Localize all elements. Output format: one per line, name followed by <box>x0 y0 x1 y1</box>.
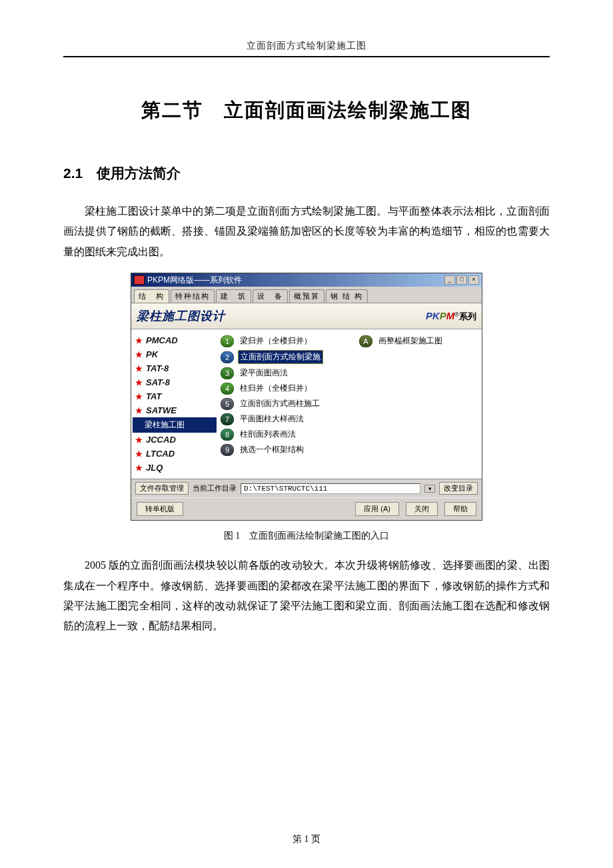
section-heading: 2.1 使用方法简介 <box>63 164 550 183</box>
close-dialog-button[interactable]: 关闭 <box>406 502 438 516</box>
list-item[interactable]: 7 平面图柱大样画法 <box>221 411 479 427</box>
star-icon: ★ <box>135 364 143 373</box>
sidebar-item-ltcad[interactable]: ★LTCAD <box>133 447 217 461</box>
sidebar-item-jccad[interactable]: ★JCCAD <box>133 433 217 447</box>
sidebar-item-tat[interactable]: ★TAT <box>133 389 217 403</box>
tab-special-structure[interactable]: 特种结构 <box>171 289 215 303</box>
minimize-button[interactable]: _ <box>444 275 455 285</box>
workdir-label: 当前工作目录 <box>193 483 237 493</box>
sidebar-item-sat8[interactable]: ★SAT-8 <box>133 375 217 389</box>
sidebar: ★PMCAD ★PK ★TAT-8 ★SAT-8 ★TAT ★SATWE 梁柱施… <box>131 329 218 479</box>
sidebar-item-pk[interactable]: ★PK <box>133 347 217 361</box>
banner-title: 梁柱施工图设计 <box>137 308 225 324</box>
list-item[interactable]: 9 挑选一个框架结构 <box>221 442 479 457</box>
main-list: 1 梁归并（全楼归并） A 画整榀框架施工图 2 立面剖面方式绘制梁施 3 梁平… <box>218 329 482 479</box>
list-item[interactable]: 1 梁归并（全楼归并） A 画整榀框架施工图 <box>221 333 479 349</box>
tab-architecture[interactable]: 建 筑 <box>216 289 251 303</box>
sidebar-item-satwe[interactable]: ★SATWE <box>133 403 217 417</box>
paragraph-2: 2005 版的立面剖面画法模块较以前各版的改动较大。本次升级将钢筋修改、选择要画… <box>63 555 550 637</box>
banner: 梁柱施工图设计 PK P M ® 系列 <box>131 303 482 329</box>
number-badge: 4 <box>221 383 234 395</box>
window-title: PKPM网络版——系列软件 <box>147 275 444 286</box>
item-label: 画整榀框架施工图 <box>376 335 444 347</box>
star-icon: ★ <box>135 378 143 387</box>
file-manage-button[interactable]: 文件存取管理 <box>135 482 189 495</box>
page: 立面剖面方式绘制梁施工图 第二节 立面剖面画法绘制梁施工图 2.1 使用方法简介… <box>0 0 613 868</box>
number-badge: 5 <box>221 398 234 410</box>
list-item[interactable]: 4 柱归并（全楼归并） <box>221 381 479 396</box>
help-button[interactable]: 帮助 <box>444 502 476 516</box>
dropdown-icon[interactable]: ▾ <box>424 485 435 493</box>
tab-equipment[interactable]: 设 备 <box>253 289 288 303</box>
apply-button[interactable]: 应用 (A) <box>355 502 399 516</box>
sidebar-item-jlq[interactable]: ★JLQ <box>133 461 217 475</box>
page-number: 第 1 页 <box>0 833 613 845</box>
body-panel: ★PMCAD ★PK ★TAT-8 ★SAT-8 ★TAT ★SATWE 梁柱施… <box>131 329 482 479</box>
running-header: 立面剖面方式绘制梁施工图 <box>63 40 550 57</box>
star-icon: ★ <box>135 435 143 445</box>
letter-badge: A <box>359 335 372 347</box>
list-item[interactable]: 5 立面剖面方式画柱施工 <box>221 396 479 411</box>
tab-row: 结 构 特种结构 建 筑 设 备 概预算 钢 结 构 <box>131 287 482 303</box>
close-button[interactable]: × <box>468 275 479 285</box>
tab-budget[interactable]: 概预算 <box>289 289 324 303</box>
maximize-button[interactable]: □ <box>456 275 467 285</box>
figure-1: PKPM网络版——系列软件 _ □ × 结 构 特种结构 建 筑 设 备 概预算… <box>63 273 550 521</box>
brand-logo: PK P M ® 系列 <box>426 310 476 323</box>
star-icon: ★ <box>135 449 143 459</box>
number-badge: 8 <box>221 429 234 441</box>
list-item[interactable]: 3 梁平面图画法 <box>221 365 479 381</box>
page-title: 第二节 立面剖面画法绘制梁施工图 <box>63 97 550 124</box>
list-item-selected[interactable]: 2 立面剖面方式绘制梁施 <box>221 349 479 365</box>
footer-row-1: 文件存取管理 当前工作目录 D:\TEST\STRUCTC\111 ▾ 改变目录 <box>131 479 482 497</box>
item-label: 挑选一个框架结构 <box>238 443 306 456</box>
item-label: 立面剖面方式绘制梁施 <box>238 350 323 364</box>
tab-steel[interactable]: 钢 结 构 <box>326 289 368 303</box>
workdir-path: D:\TEST\STRUCTC\111 <box>241 483 420 494</box>
star-icon: ★ <box>135 406 143 415</box>
tab-structure[interactable]: 结 构 <box>134 289 169 303</box>
item-label: 柱剖面列表画法 <box>238 428 298 441</box>
list-item[interactable]: 8 柱剖面列表画法 <box>221 427 479 442</box>
number-badge: 1 <box>221 335 234 347</box>
window-buttons: _ □ × <box>444 275 479 285</box>
single-mode-button[interactable]: 转单机版 <box>137 502 183 516</box>
star-icon: ★ <box>135 350 143 359</box>
star-icon: ★ <box>135 336 143 345</box>
sidebar-item-tat8[interactable]: ★TAT-8 <box>133 361 217 375</box>
star-icon: ★ <box>135 463 143 473</box>
app-icon <box>134 275 145 285</box>
footer-row-2: 转单机版 应用 (A) 关闭 帮助 <box>131 497 482 520</box>
item-label: 梁平面图画法 <box>238 367 290 379</box>
number-badge: 9 <box>221 444 234 456</box>
item-label: 梁归并（全楼归并） <box>238 335 355 347</box>
number-badge: 2 <box>221 351 234 363</box>
paragraph-1: 梁柱施工图设计菜单中的第二项是立面剖面方式绘制梁施工图。与平面整体表示法相比，立… <box>63 201 550 262</box>
sidebar-item-pmcad[interactable]: ★PMCAD <box>133 333 217 347</box>
star-icon: ★ <box>135 392 143 401</box>
window-titlebar: PKPM网络版——系列软件 _ □ × <box>131 273 482 287</box>
number-badge: 3 <box>221 367 234 379</box>
number-badge: 7 <box>221 413 234 425</box>
item-label: 柱归并（全楼归并） <box>238 382 314 395</box>
sidebar-item-beam-column[interactable]: 梁柱施工图 <box>133 417 217 433</box>
pkpm-window: PKPM网络版——系列软件 _ □ × 结 构 特种结构 建 筑 设 备 概预算… <box>131 273 482 521</box>
change-dir-button[interactable]: 改变目录 <box>439 482 478 495</box>
item-label: 平面图柱大样画法 <box>238 413 306 425</box>
item-label: 立面剖面方式画柱施工 <box>238 397 322 410</box>
figure-caption: 图 1 立面剖面画法绘制梁施工图的入口 <box>63 530 550 542</box>
